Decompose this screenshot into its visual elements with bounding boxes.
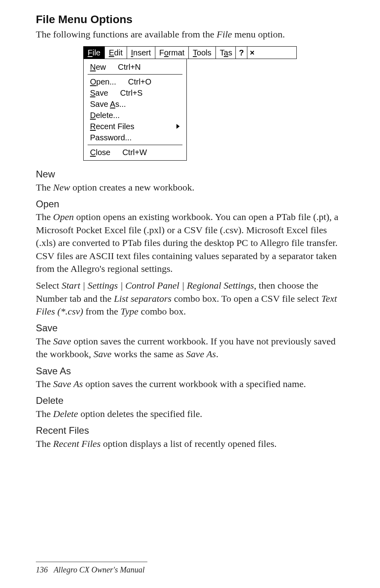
menu-edit-u: E	[109, 48, 114, 57]
menu-item-new[interactable]: New Ctrl+N	[84, 61, 186, 73]
t: Type	[121, 306, 139, 317]
mi-new-u: N	[90, 63, 96, 71]
t: combo box. To open a CSV file select	[172, 293, 321, 304]
t: The	[36, 409, 53, 419]
menu-screenshot: File Edit Insert Format Tools Tas ? ×	[83, 46, 297, 161]
page-number: 136	[36, 565, 48, 574]
heading-delete: Delete	[36, 394, 344, 407]
t: Recent Files	[53, 439, 100, 449]
t: The	[36, 379, 53, 389]
mi-save-t: ave	[95, 88, 108, 97]
svg-marker-0	[176, 124, 180, 129]
body-open-2: Select Start | Settings | Control Panel …	[36, 279, 344, 318]
footer-rule	[36, 562, 147, 562]
body-new: The New option creates a new workbook.	[36, 181, 344, 194]
menu-format-a: F	[159, 48, 164, 57]
mi-saveas-a: Save	[90, 100, 110, 108]
menu-edit-t: dit	[114, 48, 123, 57]
t: Open	[53, 212, 74, 222]
mi-save-u: S	[90, 88, 95, 97]
menu-file-u: F	[88, 48, 92, 57]
file-dropdown: New Ctrl+N Open... Ctrl+O Save Ctrl+S Sa…	[83, 59, 187, 161]
mi-save-sc: Ctrl+S	[120, 89, 143, 97]
mi-saveas-b: s...	[115, 100, 126, 108]
body-delete: The Delete option deletes the specified …	[36, 407, 344, 420]
mi-open-u: O	[90, 77, 96, 86]
mi-open-t: pen...	[96, 77, 116, 86]
t: Save	[94, 349, 112, 359]
menu-task-u: a	[224, 48, 228, 57]
mi-new-sc: Ctrl+N	[118, 63, 141, 71]
menu-format[interactable]: Format	[155, 47, 189, 59]
menubar: File Edit Insert Format Tools Tas ? ×	[83, 46, 297, 59]
menu-insert-t: nsert	[133, 48, 151, 57]
mi-open-sc: Ctrl+O	[128, 78, 151, 86]
menu-item-close[interactable]: Close Ctrl+W	[84, 147, 186, 158]
t: Save As	[53, 379, 83, 389]
menu-tools-t: ools	[197, 48, 212, 57]
menu-item-save[interactable]: Save Ctrl+S	[84, 87, 186, 98]
t: from the	[83, 306, 121, 317]
intro-a: The following functions are available fr…	[36, 29, 217, 39]
menu-tools[interactable]: Tools	[189, 47, 216, 59]
t: works the same as	[112, 349, 186, 359]
menu-format-u: o	[164, 48, 168, 57]
t: The	[36, 336, 53, 346]
intro-b: menu option.	[232, 29, 285, 39]
mi-close-t: lose	[96, 148, 110, 157]
heading-open: Open	[36, 198, 344, 210]
t: option opens an existing workbook. You c…	[36, 212, 339, 274]
menu-insert[interactable]: Insert	[127, 47, 155, 59]
t: option displays a list of recently opene…	[101, 439, 277, 449]
menu-file[interactable]: File	[84, 47, 105, 59]
menu-item-save-as[interactable]: Save As...	[84, 98, 186, 110]
heading-save-as: Save As	[36, 365, 344, 378]
close-window-button[interactable]: ×	[247, 47, 257, 59]
menu-format-b: rmat	[168, 48, 184, 57]
page-intro: The following functions are available fr…	[36, 28, 344, 41]
menu-item-delete[interactable]: Delete...	[84, 110, 186, 121]
heading-new: New	[36, 168, 344, 181]
t: Select	[36, 280, 62, 291]
body-recent-files: The Recent Files option displays a list …	[36, 437, 344, 450]
t: option creates a new workbook.	[70, 182, 194, 193]
mi-close-u: C	[90, 148, 96, 157]
t: The	[36, 182, 53, 193]
t: Save	[53, 336, 71, 346]
mi-del-u: D	[90, 111, 96, 120]
t: option deletes the specified file.	[78, 409, 202, 419]
close-icon: ×	[250, 49, 255, 57]
menu-file-t: ile	[92, 48, 100, 57]
t: option saves the current workbook with a…	[83, 379, 306, 389]
body-open: The Open option opens an existing workbo…	[36, 210, 344, 275]
t: Save As	[186, 349, 216, 359]
mi-rec-u: R	[90, 122, 96, 131]
menu-edit[interactable]: Edit	[105, 47, 127, 59]
menu-task-truncated[interactable]: Tas	[216, 47, 236, 59]
t: The	[36, 439, 53, 449]
mi-close-sc: Ctrl+W	[122, 148, 147, 156]
t: Delete	[53, 409, 78, 419]
intro-file: File	[217, 29, 232, 39]
menu-separator	[88, 145, 182, 145]
t: New	[53, 182, 70, 193]
menu-item-recent-files[interactable]: Recent Files	[84, 121, 186, 132]
menu-item-open[interactable]: Open... Ctrl+O	[84, 76, 186, 87]
body-save: The Save option saves the current workbo…	[36, 335, 344, 361]
page-title: File Menu Options	[36, 12, 344, 27]
menu-task-b: s	[228, 48, 232, 57]
submenu-arrow-icon	[176, 124, 180, 129]
menu-separator	[88, 74, 182, 75]
mi-del-t: elete...	[96, 111, 119, 120]
menu-tools-u: T	[193, 48, 197, 57]
mi-saveas-u: A	[110, 100, 115, 108]
t: .	[216, 349, 218, 359]
t: The	[36, 212, 53, 222]
heading-save: Save	[36, 322, 344, 334]
mi-new-t: ew	[96, 63, 106, 71]
help-button[interactable]: ?	[236, 47, 247, 59]
book-title: Allegro CX Owner's Manual	[54, 565, 145, 574]
menu-item-password[interactable]: Password...	[84, 132, 186, 143]
body-save-as: The Save As option saves the current wor…	[36, 378, 344, 390]
t: List separators	[114, 293, 172, 304]
